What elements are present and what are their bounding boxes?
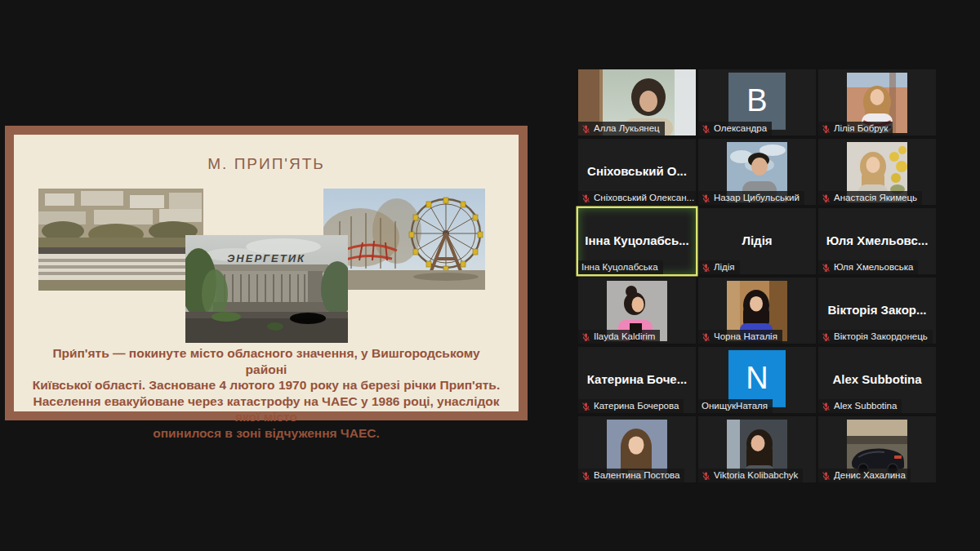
participants-grid: Алла Лукьянец B Олександра: [578, 69, 936, 482]
participant-name-label: Алла Лукьянец: [578, 122, 665, 136]
participant-tile[interactable]: Лілія Бобрук: [818, 69, 936, 136]
participant-display-name: Юля Хмельовс...: [822, 233, 933, 247]
participant-name-label: Сніховський Олексан...: [578, 191, 696, 205]
muted-mic-icon: [581, 471, 590, 481]
participant-tile[interactable]: Alex Subbotina Alex Subbotina: [818, 347, 936, 413]
participant-name-label: Чорна Наталія: [698, 330, 782, 344]
participant-tile[interactable]: Ilayda Kaldirim: [578, 278, 696, 344]
muted-mic-icon: [702, 193, 710, 203]
muted-mic-icon: [581, 402, 590, 411]
participant-tile[interactable]: Вікторія Закор... Вікторія Закордонець: [818, 278, 936, 344]
muted-mic-icon: [702, 471, 710, 481]
participant-tile[interactable]: Юля Хмельовс... Юля Хмельовська: [818, 208, 936, 274]
participant-name-label: Інна Куцолабська: [578, 260, 663, 274]
participant-display-name: Alex Subbotina: [822, 372, 933, 386]
participant-name-label: Viktoria Kolibabchyk: [698, 469, 803, 482]
participant-name-label: Юля Хмельовська: [818, 260, 918, 274]
participant-display-name: Катерина Боче...: [581, 372, 693, 386]
participant-name-label: Alex Subbotina: [818, 399, 902, 413]
participant-display-name: Сніховський О...: [581, 164, 693, 178]
avatar-initial: N: [728, 349, 786, 407]
participant-tile-active-speaker[interactable]: Інна Куцолабсь... Інна Куцолабська: [578, 208, 696, 274]
shared-screen-slide: М. ПРИП'ЯТЬ: [5, 126, 528, 420]
participant-tile[interactable]: Анастасія Якимець: [818, 139, 936, 205]
participant-name-label: Денис Хахалина: [818, 469, 911, 482]
participant-name-label: Вікторія Закордонець: [818, 330, 933, 344]
muted-mic-icon: [822, 332, 831, 342]
participant-display-name: Лідія: [702, 233, 813, 247]
participant-name-label: Анастасія Якимець: [818, 191, 922, 205]
muted-mic-icon: [702, 124, 710, 134]
participant-tile[interactable]: Лідія Лідія: [698, 208, 816, 274]
slide-photo-aerial-view: [38, 189, 203, 291]
participant-display-name: Інна Куцолабсь...: [581, 233, 693, 247]
slide-title: М. ПРИП'ЯТЬ: [14, 155, 519, 173]
participant-name-label: Олександра: [698, 122, 772, 136]
avatar-initial: B: [728, 72, 786, 129]
muted-mic-icon: [581, 332, 590, 342]
participant-tile[interactable]: Алла Лукьянец: [578, 69, 696, 136]
muted-mic-icon: [822, 402, 831, 411]
participant-tile[interactable]: Сніховський О... Сніховський Олексан...: [578, 139, 696, 205]
participant-name-label: Валентина Постова: [578, 469, 684, 482]
meeting-window: М. ПРИП'ЯТЬ: [0, 0, 980, 551]
participant-tile[interactable]: Катерина Боче... Катерина Бочерова: [578, 347, 696, 413]
participant-name-label: Лідія: [698, 260, 740, 274]
muted-mic-icon: [822, 263, 831, 273]
participant-tile[interactable]: N ОнищукНаталя: [698, 347, 816, 413]
muted-mic-icon: [581, 193, 590, 203]
participant-name-label: ОнищукНаталя: [698, 399, 773, 413]
participant-tile[interactable]: Назар Цибульський: [698, 139, 816, 205]
participant-name-label: Катерина Бочерова: [578, 399, 684, 413]
muted-mic-icon: [702, 263, 710, 273]
participant-tile[interactable]: Чорна Наталія: [698, 278, 816, 344]
participant-display-name: Вікторія Закор...: [822, 303, 933, 317]
participant-tile[interactable]: Валентина Постова: [578, 416, 696, 482]
muted-mic-icon: [702, 332, 710, 342]
slide-photo-energetik-building: ЭНЕРГЕТИК: [185, 235, 348, 343]
participant-tile[interactable]: Денис Хахалина: [818, 416, 936, 482]
participant-tile[interactable]: Viktoria Kolibabchyk: [698, 416, 816, 482]
muted-mic-icon: [581, 124, 590, 134]
muted-mic-icon: [822, 471, 831, 481]
slide-body-text: При́п'ять — покинуте місто обласного зна…: [32, 345, 501, 441]
muted-mic-icon: [822, 124, 831, 134]
participant-name-label: Лілія Бобрук: [818, 122, 893, 136]
participant-tile[interactable]: B Олександра: [698, 69, 816, 136]
participant-name-label: Ilayda Kaldirim: [578, 330, 660, 344]
energetik-rooftop-sign: ЭНЕРГЕТИК: [227, 252, 305, 264]
muted-mic-icon: [822, 193, 831, 203]
participant-name-label: Назар Цибульський: [698, 191, 804, 205]
